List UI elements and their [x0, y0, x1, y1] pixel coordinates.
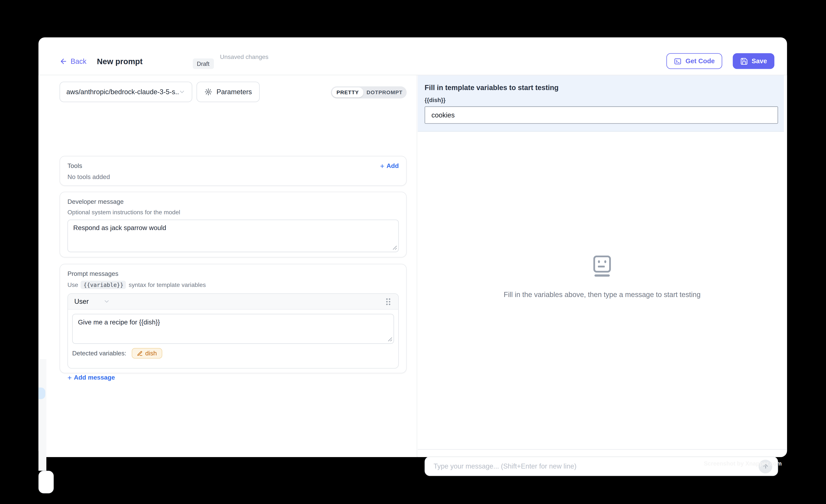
message-role-selector[interactable]: User	[74, 298, 110, 305]
plus-icon: +	[380, 162, 385, 170]
drag-handle-icon[interactable]	[385, 297, 392, 306]
developer-message-card: Developer message Optional system instru…	[60, 192, 407, 257]
variable-syntax-chip: {{variable}}	[81, 281, 126, 289]
message-body: Give me a recipe for {{dish}} Detected v…	[68, 310, 398, 368]
prompt-messages-title: Prompt messages	[67, 270, 399, 277]
robot-face-icon	[593, 255, 611, 277]
back-button[interactable]: Back	[60, 53, 86, 69]
sidebar-active-item-sliver	[39, 387, 45, 399]
format-toggle: PRETTY DOTPROMPT	[331, 86, 407, 99]
chevron-down-icon	[104, 298, 110, 305]
app-body: aws/anthropic/bedrock-claude-3-5-s... Pa…	[39, 75, 787, 457]
variable-fill-title: Fill in template variables to start test…	[425, 84, 559, 91]
model-selector[interactable]: aws/anthropic/bedrock-claude-3-5-s...	[60, 82, 192, 102]
status-badge: Draft	[193, 58, 214, 69]
parameters-label: Parameters	[217, 88, 252, 96]
get-code-button[interactable]: Get Code	[666, 53, 722, 69]
watermark-text: Screenshot by Xnapper.com	[0, 460, 782, 467]
empty-state-text: Fill in the variables above, then type a…	[418, 291, 786, 299]
developer-message-input[interactable]: Respond as jack sparrow would	[67, 219, 399, 252]
get-code-label: Get Code	[686, 57, 715, 65]
variable-value-input[interactable]	[425, 106, 778, 124]
save-icon	[740, 57, 748, 65]
toggle-option-dotprompt[interactable]: DOTPROMPT	[363, 87, 406, 98]
chat-empty-state: Fill in the variables above, then type a…	[418, 255, 786, 299]
save-label: Save	[752, 57, 767, 65]
message-content-input[interactable]: Give me a recipe for {{dish}}	[72, 314, 394, 344]
arrow-left-icon	[60, 57, 67, 65]
toggle-option-pretty[interactable]: PRETTY	[332, 87, 363, 98]
sidebar-sliver	[39, 359, 46, 471]
detected-variables-row: Detected variables: dish	[72, 348, 394, 359]
message-role-value: User	[74, 298, 89, 305]
page-title: New prompt	[97, 53, 142, 69]
hint-suffix: syntax for template variables	[129, 281, 206, 288]
header: Back New prompt Draft Unsaved changes Ge…	[39, 37, 787, 75]
prompt-messages-card: Prompt messages Use {{variable}} syntax …	[60, 264, 407, 373]
gear-icon	[204, 88, 212, 96]
variable-name-label: {{dish}}	[425, 97, 446, 103]
save-button[interactable]: Save	[733, 53, 774, 69]
add-tool-button[interactable]: + Add	[380, 162, 399, 170]
variable-chip-label: dish	[145, 350, 157, 357]
message-block: User Give me a recipe for {{dish}}	[67, 293, 399, 369]
add-tool-label: Add	[387, 162, 399, 170]
developer-message-title: Developer message	[67, 198, 399, 205]
terminal-icon	[674, 57, 682, 65]
prompt-editor-pane: aws/anthropic/bedrock-claude-3-5-s... Pa…	[39, 75, 417, 457]
add-message-button[interactable]: + Add message	[67, 374, 399, 381]
developer-message-subtitle: Optional system instructions for the mod…	[67, 209, 399, 215]
back-label: Back	[71, 57, 86, 65]
tools-card: Tools + Add No tools added	[60, 156, 407, 186]
variable-chip-dish[interactable]: dish	[132, 348, 162, 359]
pencil-icon	[137, 350, 143, 356]
model-selector-value: aws/anthropic/bedrock-claude-3-5-s...	[66, 88, 179, 96]
chevron-down-icon	[179, 88, 185, 95]
plus-icon: +	[67, 374, 72, 381]
tools-title: Tools	[67, 162, 82, 170]
unsaved-changes-text: Unsaved changes	[220, 54, 269, 60]
variable-fill-section: Fill in template variables to start test…	[418, 75, 784, 132]
sidebar-popover-sliver	[39, 471, 54, 494]
add-message-label: Add message	[74, 374, 115, 381]
detected-variables-label: Detected variables:	[72, 350, 126, 357]
tools-empty-text: No tools added	[67, 173, 399, 181]
test-pane: Fill in template variables to start test…	[418, 75, 787, 457]
template-syntax-hint: Use {{variable}} syntax for template var…	[67, 281, 399, 289]
screenshot-stage: Back New prompt Draft Unsaved changes Ge…	[0, 0, 826, 504]
app-window: Back New prompt Draft Unsaved changes Ge…	[39, 37, 787, 457]
message-header: User	[68, 294, 398, 310]
hint-prefix: Use	[67, 281, 78, 288]
chat-divider	[418, 449, 787, 450]
parameters-button[interactable]: Parameters	[196, 82, 260, 102]
